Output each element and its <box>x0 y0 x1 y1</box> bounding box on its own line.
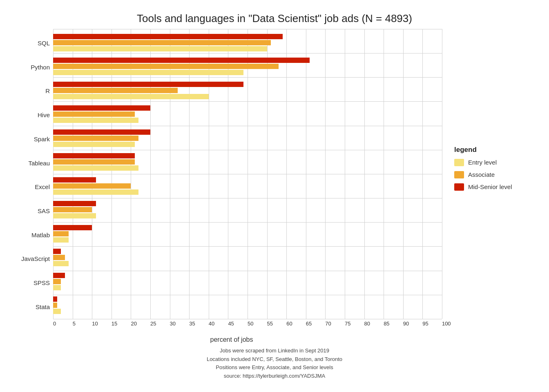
bar-row-entry <box>53 237 442 243</box>
x-tick: 15 <box>112 321 131 327</box>
y-label: SQL <box>21 40 50 46</box>
x-tick: 65 <box>306 321 326 327</box>
bar-row-midsenior <box>53 153 442 159</box>
bar-row-entry <box>53 285 442 290</box>
bar-row-associate <box>53 159 442 165</box>
bar-row-associate <box>53 207 442 213</box>
bar-row-associate <box>53 135 442 141</box>
bar-row-associate <box>53 231 442 236</box>
x-tick: 80 <box>364 321 384 327</box>
legend-item: Associate <box>454 171 536 178</box>
bar-row-associate <box>53 278 442 284</box>
bar-row-associate <box>53 40 442 45</box>
bar-group <box>53 245 442 269</box>
bar-midsenior <box>53 153 135 158</box>
bar-group <box>53 78 442 102</box>
bar-row-entry <box>53 189 442 195</box>
bar-entry <box>53 118 138 123</box>
bar-row-midsenior <box>53 296 442 302</box>
footnote-line: source: https://tylerburleigh.com/YADSJM… <box>207 372 342 381</box>
x-tick: 0 <box>53 321 73 327</box>
bar-associate <box>53 183 131 189</box>
x-tick: 5 <box>73 321 92 327</box>
bar-group <box>53 31 442 54</box>
bar-entry <box>53 70 243 75</box>
bar-associate <box>53 64 279 69</box>
bar-associate <box>53 255 65 260</box>
bar-row-entry <box>53 261 442 267</box>
bar-group <box>53 270 442 293</box>
x-tick: 85 <box>384 321 403 327</box>
legend-label: Mid-Senior level <box>468 183 512 190</box>
bar-entry <box>53 94 209 99</box>
bar-entry <box>53 261 69 266</box>
bar-row-midsenior <box>53 272 442 278</box>
x-tick: 55 <box>267 321 287 327</box>
bar-row-entry <box>53 141 442 147</box>
legend-label: Entry level <box>468 159 497 166</box>
x-tick: 75 <box>345 321 364 327</box>
x-tick: 40 <box>209 321 228 327</box>
bar-row-associate <box>53 255 442 261</box>
bar-row-midsenior <box>53 105 442 111</box>
bar-row-midsenior <box>53 33 442 39</box>
bar-group <box>53 198 442 221</box>
bar-entry <box>53 237 69 243</box>
bar-row-associate <box>53 303 442 308</box>
y-label: Spark <box>21 136 50 142</box>
legend-color-box <box>454 171 464 178</box>
x-axis-label: percent of jobs <box>21 336 442 343</box>
bar-associate <box>53 303 57 308</box>
bar-midsenior <box>53 34 283 39</box>
bar-associate <box>53 231 69 236</box>
legend-color-box <box>454 183 464 191</box>
bar-midsenior <box>53 225 92 230</box>
bar-row-midsenior <box>53 177 442 183</box>
bar-row-associate <box>53 183 442 189</box>
x-tick: 10 <box>92 321 112 327</box>
y-label: Matlab <box>21 232 50 238</box>
bar-row-entry <box>53 165 442 171</box>
bar-entry <box>53 285 61 290</box>
bar-row-midsenior <box>53 81 442 87</box>
bar-midsenior <box>53 177 96 183</box>
bar-group <box>53 126 442 150</box>
bar-group <box>53 174 442 198</box>
y-label: R <box>21 88 50 94</box>
y-label: SAS <box>21 208 50 214</box>
x-tick: 30 <box>170 321 190 327</box>
y-label: Python <box>21 64 50 70</box>
x-tick: 20 <box>131 321 150 327</box>
y-label: Excel <box>21 184 50 190</box>
bar-row-midsenior <box>53 58 442 63</box>
y-label: SPSS <box>21 280 50 286</box>
bar-midsenior <box>53 249 61 254</box>
bar-group <box>53 150 442 174</box>
x-tick: 95 <box>422 321 442 327</box>
legend-items: Entry levelAssociateMid-Senior level <box>454 159 536 196</box>
bar-row-entry <box>53 46 442 51</box>
x-tick: 60 <box>286 321 306 327</box>
bar-group <box>53 293 442 317</box>
bar-row-entry <box>53 94 442 99</box>
bar-row-midsenior <box>53 225 442 230</box>
footnote: Jobs were scraped from LinkedIn in Sept … <box>207 347 342 381</box>
x-tick: 70 <box>325 321 345 327</box>
plot-area: 0510152025303540455055606570758085909510… <box>53 29 442 335</box>
bar-row-associate <box>53 64 442 69</box>
bar-associate <box>53 136 138 141</box>
bar-associate <box>53 207 92 212</box>
bar-row-midsenior <box>53 201 442 207</box>
chart-title: Tools and languages in "Data Scientist" … <box>137 12 412 25</box>
chart-body: SQLPythonRHiveSparkTableauExcelSASMatlab… <box>13 29 536 345</box>
bar-entry <box>53 213 96 218</box>
bar-midsenior <box>53 273 65 278</box>
legend-label: Associate <box>468 171 495 178</box>
x-tick: 90 <box>403 321 423 327</box>
bars-and-grid: SQLPythonRHiveSparkTableauExcelSASMatlab… <box>21 29 442 335</box>
bar-row-entry <box>53 309 442 314</box>
legend-item: Entry level <box>454 159 536 166</box>
x-axis: 0510152025303540455055606570758085909510… <box>53 319 442 335</box>
bar-group <box>53 222 442 245</box>
y-label: JavaScript <box>21 256 50 262</box>
